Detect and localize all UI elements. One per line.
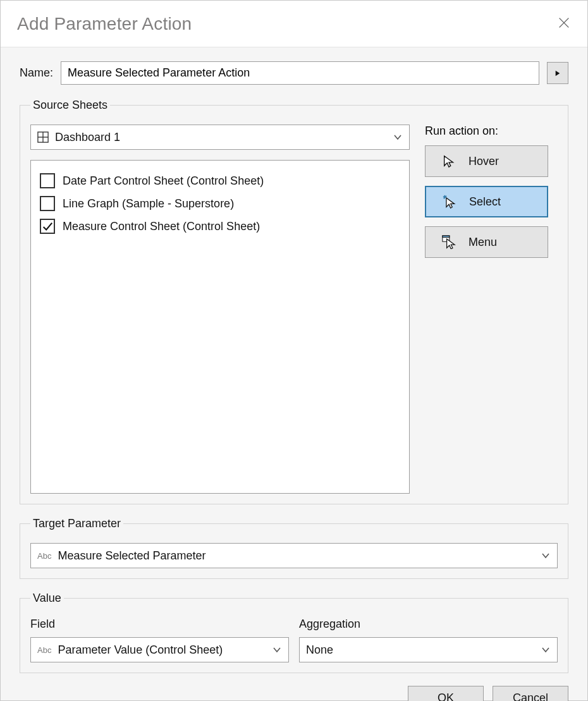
cancel-button[interactable]: Cancel xyxy=(493,686,568,701)
run-action-on-label: Run action on: xyxy=(425,125,558,138)
abc-type-icon: Abc xyxy=(37,551,51,561)
close-icon xyxy=(557,16,571,30)
source-sheet-label: Line Graph (Sample - Superstore) xyxy=(63,197,234,210)
chevron-down-icon xyxy=(393,132,403,142)
abc-type-icon: Abc xyxy=(37,645,51,655)
ok-button[interactable]: OK xyxy=(408,686,484,701)
target-parameter-group: Target Parameter Abc Measure Selected Pa… xyxy=(20,517,568,579)
run-on-hover-button[interactable]: Hover xyxy=(425,145,548,177)
source-sheets-list[interactable]: Date Part Control Sheet (Control Sheet) … xyxy=(30,160,410,494)
cursor-select-icon xyxy=(443,195,456,209)
name-menu-button[interactable] xyxy=(547,62,568,84)
run-on-select-label: Select xyxy=(469,195,501,209)
value-group: Value Field Abc Parameter Value (Control… xyxy=(20,592,568,673)
dialog-button-row: OK Cancel xyxy=(20,686,568,701)
name-label: Name: xyxy=(20,66,53,80)
name-row: Name: xyxy=(20,61,568,85)
value-legend: Value xyxy=(30,592,64,605)
source-sheet-checkbox[interactable] xyxy=(40,173,55,188)
source-sheets-legend: Source Sheets xyxy=(30,99,110,112)
cancel-button-label: Cancel xyxy=(513,692,548,702)
checkmark-icon xyxy=(42,221,53,232)
chevron-down-icon xyxy=(541,645,551,655)
cursor-menu-icon xyxy=(442,235,456,249)
run-on-hover-label: Hover xyxy=(469,155,499,168)
aggregation-label: Aggregation xyxy=(299,618,558,631)
svg-line-8 xyxy=(445,196,446,198)
target-parameter-legend: Target Parameter xyxy=(30,517,123,530)
chevron-down-icon xyxy=(541,551,551,561)
dashboard-icon xyxy=(37,131,49,143)
svg-line-9 xyxy=(444,197,446,198)
source-sheet-item: Line Graph (Sample - Superstore) xyxy=(40,192,400,215)
chevron-down-icon xyxy=(272,645,282,655)
dialog-title: Add Parameter Action xyxy=(17,14,192,34)
source-sheet-item: Measure Control Sheet (Control Sheet) xyxy=(40,215,400,238)
aggregation-dropdown-value: None xyxy=(306,643,333,657)
source-sheet-label: Measure Control Sheet (Control Sheet) xyxy=(63,220,260,233)
source-sheets-group: Source Sheets Dashboard 1 xyxy=(20,99,568,504)
run-on-menu-button[interactable]: Menu xyxy=(425,226,548,258)
field-dropdown-value: Parameter Value (Control Sheet) xyxy=(58,643,223,657)
field-label: Field xyxy=(30,618,289,631)
svg-rect-11 xyxy=(443,236,450,238)
triangle-right-icon xyxy=(554,70,561,77)
source-sheet-checkbox[interactable] xyxy=(40,219,55,234)
svg-marker-2 xyxy=(556,70,560,75)
ok-button-label: OK xyxy=(438,692,454,702)
target-parameter-dropdown[interactable]: Abc Measure Selected Parameter xyxy=(30,543,558,568)
source-sheet-item: Date Part Control Sheet (Control Sheet) xyxy=(40,169,400,192)
source-sheet-checkbox[interactable] xyxy=(40,196,55,211)
field-dropdown[interactable]: Abc Parameter Value (Control Sheet) xyxy=(30,637,289,662)
aggregation-dropdown[interactable]: None xyxy=(299,637,558,662)
run-on-select-button[interactable]: Select xyxy=(425,186,548,217)
dashboard-dropdown[interactable]: Dashboard 1 xyxy=(30,125,410,150)
cursor-hover-icon xyxy=(442,154,456,168)
source-sheet-label: Date Part Control Sheet (Control Sheet) xyxy=(63,174,264,188)
add-parameter-action-dialog: Add Parameter Action Name: Source Sheets xyxy=(0,0,588,701)
target-parameter-value: Measure Selected Parameter xyxy=(58,549,205,563)
name-input[interactable] xyxy=(61,61,539,85)
dashboard-dropdown-value: Dashboard 1 xyxy=(55,131,120,144)
close-button[interactable] xyxy=(557,16,571,32)
title-bar: Add Parameter Action xyxy=(1,1,587,47)
run-on-menu-label: Menu xyxy=(469,236,497,249)
